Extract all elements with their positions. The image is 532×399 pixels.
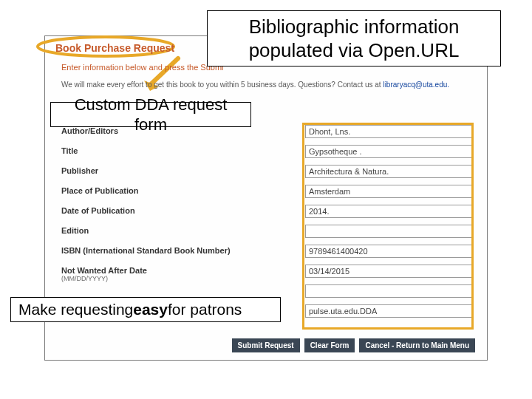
field-input[interactable] <box>305 205 472 218</box>
field-label <box>61 284 305 286</box>
callout-bottom: Make requesting easy for patrons <box>10 297 281 322</box>
instruction-line-2: We will make every effort to get this bo… <box>61 81 449 89</box>
field-input[interactable] <box>305 225 472 238</box>
field-input[interactable] <box>305 245 472 258</box>
callout-mid: Custom DDA request form <box>50 102 251 127</box>
field-row: Title <box>61 145 472 165</box>
clear-button[interactable]: Clear Form <box>304 338 355 352</box>
field-label: Publisher <box>61 165 305 175</box>
field-row: Place of Publication <box>61 185 472 205</box>
instruction-line-1: Enter information below and press the Su… <box>61 63 224 72</box>
field-input[interactable] <box>305 165 472 178</box>
field-sublabel: (MM/DD/YYYY) <box>61 275 108 282</box>
callout-bottom-bold: easy <box>133 300 168 319</box>
instruction-text: We will make every effort to get this bo… <box>61 81 383 89</box>
callout-top: Bibliographic information populated via … <box>207 10 501 66</box>
field-label: Date of Publication <box>61 205 305 215</box>
field-row: Not Wanted After Date(MM/DD/YYYY) <box>61 265 472 284</box>
field-input[interactable] <box>305 145 472 158</box>
submit-button[interactable]: Submit Request <box>232 338 300 352</box>
cancel-button[interactable]: Cancel - Return to Main Menu <box>359 338 475 352</box>
field-row: Publisher <box>61 165 472 185</box>
field-row: ISBN (International Standard Book Number… <box>61 245 472 265</box>
field-label: Title <box>61 145 305 155</box>
form-fields: Author/EditorsTitlePublisherPlace of Pub… <box>61 125 472 324</box>
field-row: Edition <box>61 225 472 245</box>
callout-bottom-post: for patrons <box>168 300 242 319</box>
form-buttons: Submit Request Clear Form Cancel - Retur… <box>232 338 475 352</box>
field-label: ISBN (International Standard Book Number… <box>61 245 305 255</box>
field-input[interactable] <box>305 265 472 278</box>
callout-bottom-pre: Make requesting <box>18 300 133 319</box>
field-input[interactable] <box>305 125 472 138</box>
form-heading: Book Purchase Request <box>55 42 174 54</box>
field-label: Place of Publication <box>61 185 305 195</box>
field-input[interactable] <box>305 284 472 298</box>
field-input[interactable] <box>305 304 472 318</box>
contact-email: libraryacq@uta.edu. <box>383 81 449 89</box>
field-input[interactable] <box>305 185 472 198</box>
field-label: Edition <box>61 225 305 235</box>
field-row: Date of Publication <box>61 205 472 225</box>
field-label: Not Wanted After Date <box>61 265 305 275</box>
